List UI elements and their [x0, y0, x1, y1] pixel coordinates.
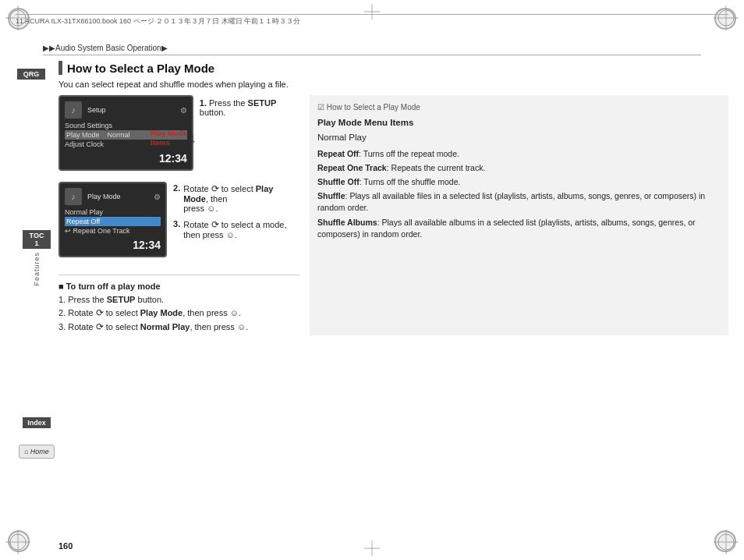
- right-col-heading2: Normal Play: [317, 131, 721, 144]
- screen2-row: ♪ Play Mode ⚙ Normal Play Repeat Off ↩ R…: [58, 182, 300, 264]
- right-col-items: Repeat Off: Turns off the repeat mode. R…: [317, 148, 721, 241]
- steps23-text: 2. Rotate ⟳ to select Play Mode, thenpre…: [173, 182, 300, 243]
- screen2-icon: ♪: [65, 188, 82, 205]
- label-arrow-icon: ↓: [190, 130, 197, 147]
- item-shuffle-off: Shuffle Off: Turns off the shuffle mode.: [317, 176, 721, 188]
- breadcrumb: ▶▶Audio System Basic Operation▶: [43, 44, 168, 52]
- dial2-icon: ⟳: [96, 307, 104, 318]
- home-icon: ⌂: [24, 448, 28, 455]
- step3: 3. Rotate ⟳ to select a mode, then press…: [173, 219, 300, 239]
- step1-suffix: button.: [200, 108, 226, 117]
- item-repeat-one: Repeat One Track: Repeats the current tr…: [317, 162, 721, 174]
- crosshair-bottom-icon: [364, 541, 380, 556]
- step1-bold: SETUP: [248, 98, 277, 108]
- qrg-badge[interactable]: QRG: [17, 69, 45, 80]
- page-number: 160: [58, 541, 73, 551]
- section-title: How to Select a Play Mode: [67, 62, 214, 75]
- screen2-area: ♪ Play Mode ⚙ Normal Play Repeat Off ↩ R…: [58, 182, 300, 264]
- screen1-time: 12:34: [65, 152, 187, 165]
- step1-text: 1. Press the SETUP button.: [200, 95, 300, 117]
- home-button[interactable]: ⌂ Home: [19, 445, 54, 459]
- toc-section: TOC 1 Features: [17, 230, 56, 286]
- screen-mockup-playmode: ♪ Play Mode ⚙ Normal Play Repeat Off ↩ R…: [58, 182, 167, 257]
- enter3-icon: ☺: [237, 322, 246, 331]
- two-col-layout: ♪ Setup ⚙ Sound Settings Play Mode Norma…: [58, 95, 728, 335]
- intro-text: You can select repeat and shuffle modes …: [58, 80, 728, 89]
- main-content: How to Select a Play Mode You can select…: [58, 61, 728, 537]
- screen1-icon: ♪: [65, 101, 82, 119]
- turnoff-step3: 3. Rotate ⟳ to select Normal Play, then …: [58, 321, 300, 332]
- index-section: Index: [17, 417, 56, 428]
- screen2-time: 12:34: [65, 239, 161, 251]
- screen2-item-2: Repeat Off: [65, 217, 161, 226]
- home-button-container: ⌂ Home: [17, 445, 56, 459]
- screen1-header: ♪ Setup ⚙: [65, 101, 187, 119]
- item-shuffle: Shuffle: Plays all available files in a …: [317, 190, 721, 214]
- header-text: 11 ACURA ILX-31TX66100.book 160 ページ ２０１３…: [16, 17, 300, 25]
- right-col-heading1: Play Mode Menu Items: [317, 116, 721, 129]
- heading-bar: [58, 61, 62, 75]
- enter2-icon: ☺: [230, 308, 239, 317]
- step2: 2. Rotate ⟳ to select Play Mode, thenpre…: [173, 183, 300, 213]
- step2-text: Rotate ⟳ to select Play Mode, thenpress …: [183, 183, 300, 213]
- item-shuffle-albums: Shuffle Albums: Plays all available albu…: [317, 217, 721, 240]
- right-col-breadcrumb: ☑ How to Select a Play Mode: [317, 101, 721, 113]
- corner-bl-icon: [4, 528, 32, 556]
- dial3-icon: ⟳: [96, 321, 104, 332]
- screen2-menu: Normal Play Repeat Off ↩ Repeat One Trac…: [65, 207, 161, 236]
- turnoff-section: ■ To turn off a play mode 1. Press the S…: [58, 275, 300, 332]
- section-heading: How to Select a Play Mode: [58, 61, 728, 75]
- step1-num: 1.: [200, 98, 207, 108]
- header-bar: 11 ACURA ILX-31TX66100.book 160 ページ ２０１３…: [16, 14, 728, 27]
- screen2-title: Play Mode: [87, 193, 121, 200]
- turnoff-step2: 2. Rotate ⟳ to select Play Mode, then pr…: [58, 307, 300, 318]
- turnoff-step1: 1. Press the SETUP button.: [58, 295, 300, 304]
- turnoff-heading: ■ To turn off a play mode: [58, 282, 300, 291]
- right-column: ☑ How to Select a Play Mode Play Mode Me…: [310, 95, 728, 335]
- screen2-item-1: Normal Play: [65, 207, 161, 217]
- item-repeat-off: Repeat Off: Turns off the repeat mode.: [317, 148, 721, 160]
- screen1-title: Setup: [87, 106, 106, 114]
- step3-num: 3.: [173, 219, 180, 239]
- screen2-item-3: ↩ Repeat One Track: [65, 226, 161, 236]
- left-column: ♪ Setup ⚙ Sound Settings Play Mode Norma…: [58, 95, 300, 335]
- breadcrumb-divider: [43, 55, 701, 55]
- step2-num: 2.: [173, 183, 180, 213]
- screen2-header: ♪ Play Mode ⚙: [65, 188, 161, 205]
- play-mode-label: Play Mode Items ↓: [151, 129, 197, 148]
- step3-text: Rotate ⟳ to select a mode, then press ☺.: [183, 219, 300, 239]
- step1-prefix: Press the: [209, 98, 248, 108]
- label-text: Play Mode Items: [151, 129, 187, 148]
